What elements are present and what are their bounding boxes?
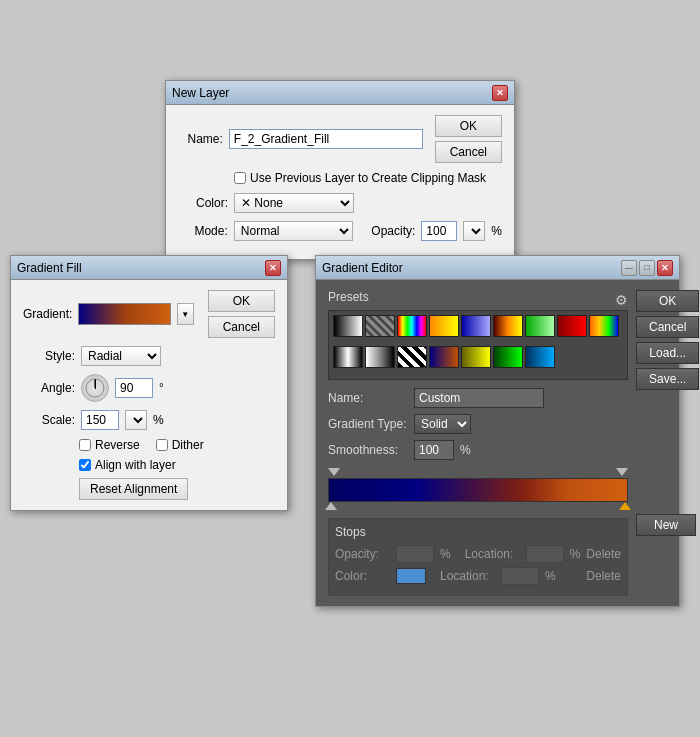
gradient-preview[interactable] — [78, 303, 171, 325]
preset-swatch-6[interactable] — [493, 315, 523, 337]
angle-deg: ° — [159, 381, 164, 395]
ge-load-btn[interactable]: Load... — [636, 342, 699, 364]
ge-minimize-btn[interactable]: — — [621, 260, 637, 276]
align-label: Align with layer — [95, 458, 176, 472]
ge-cancel-btn[interactable]: Cancel — [636, 316, 699, 338]
ge-stops-title: Stops — [335, 525, 621, 539]
preset-swatch-10[interactable] — [333, 346, 363, 368]
svg-point-0 — [86, 379, 104, 397]
preset-swatch-3[interactable] — [397, 315, 427, 337]
reset-alignment-btn[interactable]: Reset Alignment — [79, 478, 188, 500]
stop-bottom-left[interactable] — [325, 502, 337, 510]
ge-presets-label: Presets — [328, 290, 369, 304]
name-label: Name: — [178, 132, 223, 146]
opacity-unit-label: % — [491, 224, 502, 238]
preset-swatch-15[interactable] — [493, 346, 523, 368]
preset-swatch-16[interactable] — [525, 346, 555, 368]
gf-cancel-btn[interactable]: Cancel — [208, 316, 275, 338]
preset-swatch-9[interactable] — [589, 315, 619, 337]
ge-bottom-stops — [328, 502, 628, 514]
ge-type-select[interactable]: Solid Noise — [414, 414, 471, 434]
new-layer-cancel-btn[interactable]: Cancel — [435, 141, 502, 163]
ge-stops-color-location-input[interactable] — [501, 567, 539, 585]
ge-smoothness-unit: % — [460, 443, 471, 457]
gf-reset-row: Reset Alignment — [79, 478, 275, 500]
ge-save-btn[interactable]: Save... — [636, 368, 699, 390]
dither-checkbox[interactable] — [156, 439, 168, 451]
new-layer-title: New Layer — [172, 86, 229, 100]
stop-bottom-right[interactable] — [619, 502, 631, 510]
nl-color-row: Color: ✕ None Red Orange Yellow Green Bl… — [178, 193, 502, 213]
gf-ok-btn[interactable]: OK — [208, 290, 275, 312]
ge-name-input[interactable] — [414, 388, 544, 408]
gradient-editor-body: Presets ⚙ — [316, 280, 679, 606]
ge-color-swatch[interactable] — [396, 568, 426, 584]
preset-swatch-12[interactable] — [397, 346, 427, 368]
ge-smoothness-input[interactable] — [414, 440, 454, 460]
ge-stops-section: Stops Opacity: % Location: % Delete Colo… — [328, 518, 628, 596]
ge-new-btn[interactable]: New — [636, 514, 696, 536]
ge-stops-location-unit: % — [570, 547, 581, 561]
ge-top-stops-inner — [328, 466, 628, 478]
preset-swatch-5[interactable] — [461, 315, 491, 337]
clipping-mask-checkbox[interactable] — [234, 172, 246, 184]
ge-close-btn[interactable]: ✕ — [657, 260, 673, 276]
ge-bottom-stops-inner — [328, 502, 628, 514]
ge-color-delete-label: Delete — [586, 569, 621, 583]
ge-main-layout: Presets ⚙ — [328, 290, 667, 596]
gf-ok-cancel: OK Cancel — [208, 290, 275, 338]
opacity-label: Opacity: — [371, 224, 415, 238]
gf-align-row: Align with layer — [79, 458, 275, 472]
scale-unit-select[interactable]: % — [125, 410, 147, 430]
gf-style-select[interactable]: Radial Linear Angle Reflected Diamond — [81, 346, 161, 366]
preset-swatch-2[interactable] — [365, 315, 395, 337]
mode-label: Mode: — [178, 224, 228, 238]
gradient-editor-titlebar: Gradient Editor — □ ✕ — [316, 256, 679, 280]
align-checkbox[interactable] — [79, 459, 91, 471]
gf-checks-row: Reverse Dither — [79, 438, 275, 452]
mode-select[interactable]: Normal Dissolve Multiply Screen Overlay — [234, 221, 354, 241]
opacity-input[interactable] — [421, 221, 457, 241]
color-select[interactable]: ✕ None Red Orange Yellow Green Blue Viol… — [234, 193, 354, 213]
ge-presets-area[interactable] — [328, 310, 628, 380]
preset-swatch-13[interactable] — [429, 346, 459, 368]
gradient-fill-body: Gradient: ▼ OK Cancel Style: Radial Line… — [11, 280, 287, 510]
preset-swatch-1[interactable] — [333, 315, 363, 337]
ge-gradient-bar[interactable] — [328, 478, 628, 502]
ge-stops-opacity-label: Opacity: — [335, 547, 390, 561]
gradient-dropdown-arrow[interactable]: ▼ — [177, 303, 194, 325]
new-layer-ok-btn[interactable]: OK — [435, 115, 502, 137]
layer-name-input[interactable] — [229, 129, 423, 149]
ge-maximize-btn[interactable]: □ — [639, 260, 655, 276]
stop-top-right[interactable] — [616, 468, 628, 476]
angle-input[interactable] — [115, 378, 153, 398]
reverse-checkbox[interactable] — [79, 439, 91, 451]
ge-gear-btn[interactable]: ⚙ — [615, 292, 628, 308]
dither-wrap: Dither — [156, 438, 204, 452]
new-layer-close-btn[interactable]: ✕ — [492, 85, 508, 101]
ge-win-btn-group: — □ ✕ — [621, 260, 673, 276]
gradient-fill-close-btn[interactable]: ✕ — [265, 260, 281, 276]
preset-swatch-8[interactable] — [557, 315, 587, 337]
opacity-unit-select[interactable]: % — [463, 221, 485, 241]
ge-stops-opacity-input[interactable] — [396, 545, 434, 563]
scale-unit-label: % — [153, 413, 164, 427]
gf-scale-label: Scale: — [23, 413, 75, 427]
ge-ok-btn[interactable]: OK — [636, 290, 699, 312]
gradient-fill-titlebar: Gradient Fill ✕ — [11, 256, 287, 280]
stop-top-left[interactable] — [328, 468, 340, 476]
gf-style-label: Style: — [23, 349, 75, 363]
preset-swatch-7[interactable] — [525, 315, 555, 337]
preset-swatch-11[interactable] — [365, 346, 395, 368]
ge-smoothness-row: Smoothness: % — [328, 440, 628, 460]
ge-gradient-bar-container — [328, 466, 628, 514]
preset-swatch-4[interactable] — [429, 315, 459, 337]
preset-swatch-14[interactable] — [461, 346, 491, 368]
angle-dial[interactable] — [81, 374, 109, 402]
ge-type-row: Gradient Type: Solid Noise — [328, 414, 628, 434]
clipping-mask-label: Use Previous Layer to Create Clipping Ma… — [250, 171, 486, 185]
scale-input[interactable] — [81, 410, 119, 430]
ge-stops-location-input[interactable] — [526, 545, 564, 563]
ge-top-stops — [328, 466, 628, 478]
gradient-editor-title: Gradient Editor — [322, 261, 403, 275]
